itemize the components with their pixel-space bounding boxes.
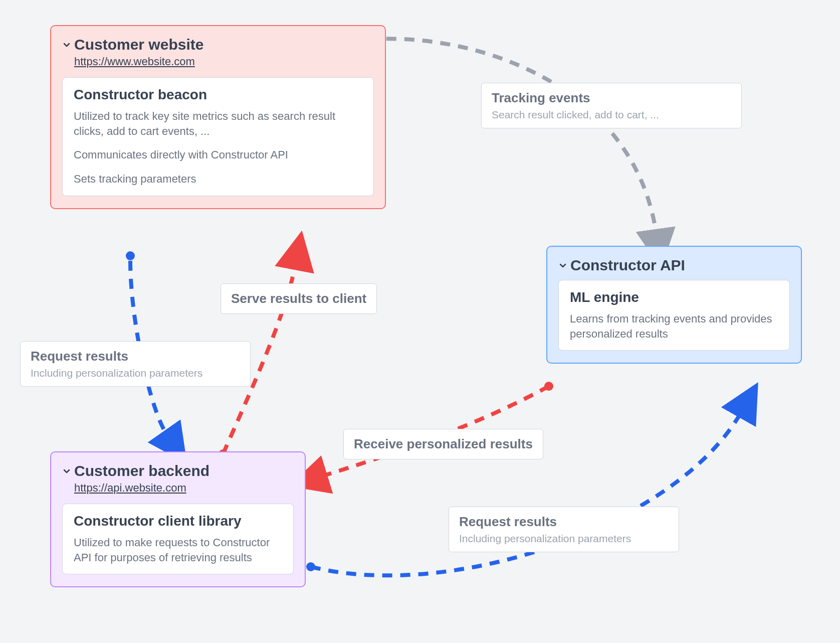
chevron-down-icon bbox=[558, 261, 567, 270]
card-text: Communicates directly with Constructor A… bbox=[74, 147, 362, 163]
edge-label-title: Serve results to client bbox=[231, 291, 366, 306]
node-constructor-api[interactable]: Constructor API ML engine Learns from tr… bbox=[546, 246, 802, 364]
edge-label-sub: Search result clicked, add to cart, ... bbox=[492, 109, 731, 121]
chevron-down-icon bbox=[62, 466, 71, 475]
card-title: Constructor client library bbox=[74, 513, 282, 529]
edge-label-title: Request results bbox=[31, 349, 240, 364]
node-subtitle: https://api.website.com bbox=[74, 481, 294, 495]
card-title: Constructor beacon bbox=[74, 87, 362, 103]
edge-label-receive-results: Receive personalized results bbox=[343, 429, 543, 459]
edge-label-request-results-2: Request results Including personalizatio… bbox=[449, 507, 679, 552]
card-text: Utilized to make requests to Constructor… bbox=[74, 535, 282, 565]
svg-point-1 bbox=[126, 251, 135, 260]
node-title: Customer website bbox=[74, 36, 203, 53]
edge-label-request-results-1: Request results Including personalizatio… bbox=[20, 341, 251, 387]
card-ml-engine: ML engine Learns from tracking events an… bbox=[558, 280, 790, 351]
card-text: Utilized to track key site metrics such … bbox=[74, 109, 362, 138]
edge-label-title: Tracking events bbox=[492, 90, 731, 106]
edge-label-serve-results: Serve results to client bbox=[221, 283, 377, 314]
node-customer-backend[interactable]: Customer backend https://api.website.com… bbox=[50, 451, 306, 587]
card-constructor-beacon: Constructor beacon Utilized to track key… bbox=[62, 77, 374, 196]
svg-point-4 bbox=[544, 382, 553, 391]
card-text: Learns from tracking events and provides… bbox=[570, 311, 778, 341]
node-title: Customer backend bbox=[74, 462, 209, 479]
edge-label-tracking-events: Tracking events Search result clicked, a… bbox=[481, 83, 742, 128]
chevron-down-icon bbox=[62, 40, 71, 49]
node-title: Constructor API bbox=[570, 257, 685, 274]
card-text: Sets tracking parameters bbox=[74, 172, 362, 187]
node-subtitle: https://www.website.com bbox=[74, 55, 374, 68]
node-customer-website[interactable]: Customer website https://www.website.com… bbox=[50, 25, 386, 209]
card-client-library: Constructor client library Utilized to m… bbox=[62, 504, 294, 574]
card-title: ML engine bbox=[570, 289, 778, 305]
svg-point-3 bbox=[306, 562, 315, 571]
edge-label-sub: Including personalization parameters bbox=[459, 533, 669, 545]
edge-label-title: Request results bbox=[459, 514, 669, 530]
edge-label-sub: Including personalization parameters bbox=[31, 367, 240, 379]
edge-label-title: Receive personalized results bbox=[354, 436, 533, 452]
